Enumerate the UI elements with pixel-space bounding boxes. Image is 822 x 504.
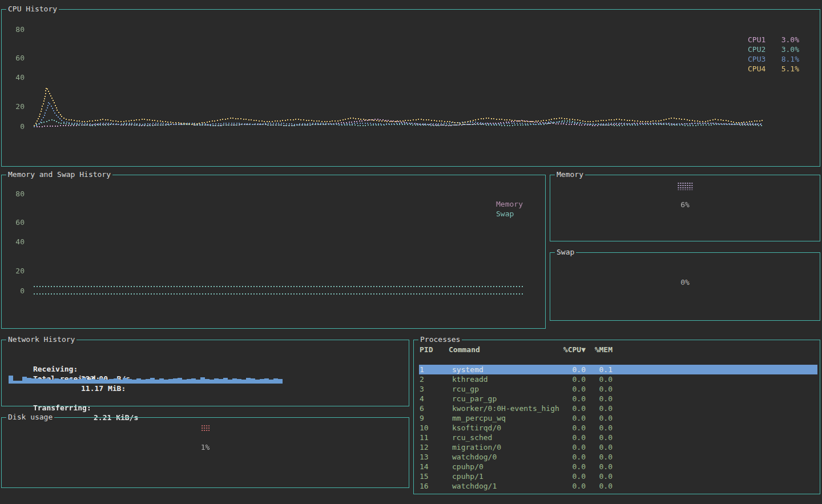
process-cmd: watchdog/1 [452,481,497,491]
process-row-ksoftirqd/0[interactable]: 10ksoftirqd/00.00.0 [419,423,817,433]
memswap-legend-swap: Swap [496,209,523,219]
y-tick-40: 40 [9,74,25,82]
process-table-header: PID Command %CPU▼ %MEM [419,345,817,354]
process-mem: 0.0 [585,442,613,452]
column-mem[interactable]: %MEM [585,345,613,354]
process-mem: 0.0 [585,471,613,481]
process-pid: 2 [420,374,424,384]
process-mem: 0.0 [585,404,613,413]
process-row-migration/0[interactable]: 12migration/00.00.0 [419,442,817,452]
process-cpu: 0.0 [557,384,586,394]
memory-usage-dots [678,182,693,190]
process-cpu: 0.0 [557,481,586,491]
memory-gauge: 6% [678,182,693,209]
column-cpu-sort[interactable]: %CPU▼ [557,345,586,354]
process-row-rcu_par_gp[interactable]: 4rcu_par_gp0.00.0 [419,394,817,404]
process-mem: 0.0 [585,433,613,442]
process-cmd: rcu_par_gp [452,394,497,404]
y-tick-40: 40 [9,238,25,246]
process-cpu: 0.0 [557,442,586,452]
cpu-legend-label: CPU4 [748,64,765,74]
process-row-systemd[interactable]: 1systemd0.00.1 [419,365,817,374]
cpu-legend-row-cpu1: CPU13.0% [748,35,799,45]
process-row-rcu_gp[interactable]: 3rcu_gp0.00.0 [419,384,817,394]
process-cpu: 0.0 [557,404,586,413]
cpu-legend-row-cpu4: CPU45.1% [748,64,799,74]
process-pid: 11 [420,433,429,442]
disk-usage-panel: Disk usage 1% [1,417,409,488]
process-cpu: 0.0 [557,413,586,423]
swap-panel: Swap 0% [550,252,820,321]
y-tick-0: 0 [9,287,25,295]
process-mem: 0.0 [585,394,613,404]
process-cmd: mm_percpu_wq [452,413,506,423]
memswap-legend-memory: Memory [496,199,523,209]
process-row-rcu_sched[interactable]: 11rcu_sched0.00.0 [419,433,817,442]
process-row-kworker/0:0H-events_high[interactable]: 6kworker/0:0H-events_high0.00.0 [419,404,817,413]
process-mem: 0.0 [585,413,613,423]
process-cpu: 0.0 [557,452,586,462]
processes-panel: Processes PID Command %CPU▼ %MEM 1system… [413,340,820,494]
memory-swap-history-panel: Memory and Swap History 806040200 Memory… [1,175,546,329]
y-tick-20: 20 [9,103,25,111]
process-cmd: ksoftirqd/0 [452,423,501,433]
process-cmd: systemd [452,365,483,374]
cpu-legend-label: CPU2 [748,45,765,54]
cpu-legend-value: 8.1% [781,54,799,64]
process-mem: 0.0 [585,384,613,394]
cpu-legend-row-cpu3: CPU38.1% [748,54,799,64]
system-monitor-screen: CPU History 806040200 CPU13.0%CPU23.0%CP… [0,0,822,504]
y-tick-60: 60 [9,54,25,62]
cpu-history-chart [2,10,820,166]
process-pid: 14 [420,462,429,471]
disk-usage-dots [201,425,209,431]
cpu-legend-label: CPU3 [748,54,765,64]
cpu-legend: CPU13.0%CPU23.0%CPU38.1%CPU45.1% [748,35,799,74]
process-pid: 13 [420,452,429,462]
process-pid: 10 [420,423,429,433]
process-cpu: 0.0 [557,365,586,374]
cpu-legend-row-cpu2: CPU23.0% [748,45,799,54]
process-cpu: 0.0 [557,433,586,442]
column-command[interactable]: Command [449,345,480,354]
process-row-watchdog/0[interactable]: 13watchdog/00.00.0 [419,452,817,462]
process-row-watchdog/1[interactable]: 16watchdog/10.00.0 [419,481,817,491]
disk-usage-value: 1% [201,443,210,451]
process-cpu: 0.0 [557,462,586,471]
process-mem: 0.0 [585,452,613,462]
process-cmd: migration/0 [452,442,501,452]
swap-title: Swap [555,248,576,257]
memory-title: Memory [555,170,585,179]
cpu-legend-label: CPU1 [748,35,765,45]
process-cmd: watchdog/0 [452,452,497,462]
process-cpu: 0.0 [557,471,586,481]
y-tick-80: 80 [9,26,25,34]
column-pid[interactable]: PID [420,345,433,354]
y-tick-0: 0 [9,123,25,131]
memory-panel: Memory 6% [550,175,820,241]
process-cmd: rcu_gp [452,384,479,394]
process-row-mm_percpu_wq[interactable]: 9mm_percpu_wq0.00.0 [419,413,817,423]
swap-gauge: 0% [678,260,693,287]
y-tick-20: 20 [9,267,25,275]
y-tick-60: 60 [9,219,25,227]
process-row-kthreadd[interactable]: 2kthreadd0.00.0 [419,374,817,384]
process-pid: 3 [420,384,424,394]
process-pid: 9 [420,413,424,423]
network-history-panel: Network History Receiving: 332.00 B/s To… [1,340,409,406]
cpu-legend-value: 5.1% [781,64,799,74]
process-cmd: cpuhp/1 [452,471,483,481]
process-mem: 0.0 [585,462,613,471]
process-pid: 1 [420,365,424,374]
disk-gauge: 1% [201,425,210,451]
process-pid: 12 [420,442,429,452]
process-row-cpuhp/1[interactable]: 15cpuhp/10.00.0 [419,471,817,481]
process-cmd: rcu_sched [452,433,492,442]
process-cmd: kworker/0:0H-events_high [452,404,559,413]
swap-usage-value: 0% [678,278,693,287]
y-tick-80: 80 [9,190,25,198]
process-pid: 16 [420,481,429,491]
process-cmd: kthreadd [452,374,488,384]
memory-swap-history-chart [2,175,545,328]
process-row-cpuhp/0[interactable]: 14cpuhp/00.00.0 [419,462,817,471]
